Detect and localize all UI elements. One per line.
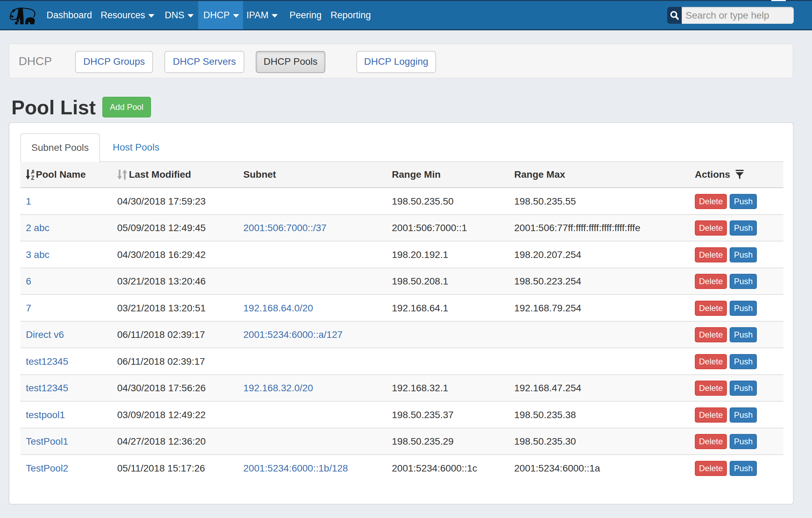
- svg-text:Z: Z: [31, 175, 34, 180]
- svg-text:A: A: [31, 169, 34, 175]
